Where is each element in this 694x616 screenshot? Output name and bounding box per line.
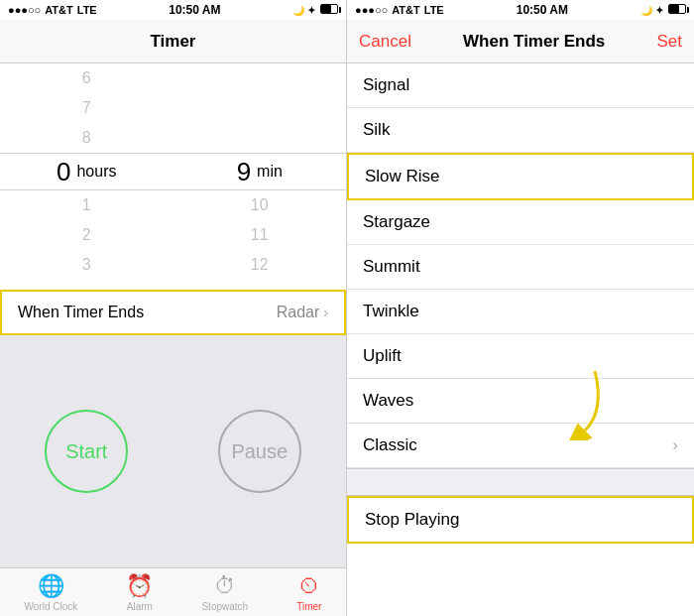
hours-above-3: 8 (0, 123, 174, 153)
list-item-summit[interactable]: Summit (347, 245, 694, 290)
carrier-right: ●●●○○ AT&T LTE (355, 4, 444, 16)
classic-chevron: › (672, 435, 678, 455)
tab-bar: 🌐 World Clock ⏰ Alarm ⏱ Stopwatch ⏲ Time… (0, 567, 346, 616)
hours-above-2: 7 (0, 93, 174, 123)
hours-below-3: 3 (0, 250, 174, 280)
min-above-3 (174, 123, 347, 153)
waves-label: Waves (363, 391, 413, 411)
timer-label: Timer (296, 601, 321, 612)
cancel-button[interactable]: Cancel (359, 32, 411, 52)
signal-dots: ●●●○○ (8, 4, 41, 16)
when-timer-label: When Timer Ends (18, 304, 144, 321)
signal-dots-right: ●●●○○ (355, 4, 388, 16)
status-icons-right: 🌙 ✦ (640, 4, 686, 16)
stopwatch-tab[interactable]: ⏱ Stopwatch (201, 573, 248, 612)
page-title-left: Timer (151, 32, 196, 52)
hours-value: 0 (57, 157, 70, 187)
moon-icon-right: 🌙 (640, 5, 652, 16)
hours-above-1: 6 (0, 63, 174, 93)
list-item-twinkle[interactable]: Twinkle (347, 290, 694, 334)
alarm-icon: ⏰ (126, 573, 153, 599)
nav-bar-left: Timer (0, 20, 346, 63)
nav-bar-right: Cancel When Timer Ends Set (347, 20, 694, 63)
network-right: LTE (424, 4, 444, 16)
min-label: min (257, 163, 283, 181)
uplift-label: Uplift (363, 346, 402, 366)
carrier-info: ●●●○○ AT&T LTE (8, 4, 97, 16)
list-item-stargaze[interactable]: Stargaze (347, 200, 694, 245)
chevron-icon: › (323, 305, 328, 320)
list-item-classic[interactable]: Classic › (347, 424, 694, 468)
min-value: 9 (237, 157, 251, 187)
world-clock-tab[interactable]: 🌐 World Clock (25, 573, 78, 612)
timer-icon: ⏲ (298, 573, 320, 599)
list-item-uplift[interactable]: Uplift (347, 334, 694, 379)
min-below-2: 11 (174, 220, 347, 250)
alarm-label: Alarm (127, 601, 153, 612)
set-button[interactable]: Set (656, 32, 682, 52)
stopwatch-label: Stopwatch (201, 601, 248, 612)
classic-label: Classic (363, 435, 417, 455)
hours-selected-row: 0 hours (0, 153, 174, 190)
min-selected-row: 9 min (174, 153, 347, 190)
list-item-waves[interactable]: Waves (347, 379, 694, 424)
slow-rise-label: Slow Rise (365, 167, 440, 186)
buttons-area: Start Pause (0, 335, 346, 567)
bluetooth-icon-right: ✦ (655, 5, 663, 16)
min-above-1 (174, 63, 347, 93)
bluetooth-icon: ✦ (307, 5, 315, 16)
status-time-left: 10:50 AM (169, 3, 220, 17)
silk-label: Silk (363, 120, 390, 140)
list-item-slow-rise[interactable]: Slow Rise (347, 153, 694, 200)
twinkle-label: Twinkle (363, 302, 419, 321)
battery-left (318, 4, 338, 16)
timer-tab[interactable]: ⏲ Timer (296, 573, 321, 612)
stopwatch-icon: ⏱ (214, 573, 236, 599)
picker-area[interactable]: 6 7 8 0 hours 1 2 3 9 min (0, 63, 346, 567)
signal-label: Signal (363, 75, 409, 95)
picker-full: 6 7 8 0 hours 1 2 3 9 min (0, 63, 346, 280)
min-below-1: 10 (174, 190, 347, 220)
when-timer-ends-row[interactable]: When Timer Ends Radar › (0, 290, 346, 335)
world-clock-label: World Clock (25, 601, 78, 612)
when-timer-value: Radar › (277, 304, 328, 321)
summit-label: Summit (363, 257, 420, 277)
stop-playing-item[interactable]: Stop Playing (347, 496, 694, 544)
moon-icon: 🌙 (292, 5, 304, 16)
alarm-tab[interactable]: ⏰ Alarm (126, 573, 153, 612)
minutes-picker[interactable]: 9 min 10 11 12 (174, 63, 347, 280)
network-type: LTE (77, 4, 97, 16)
ringtone-list: Signal Silk Slow Rise Stargaze Summit Tw… (347, 63, 694, 616)
stargaze-label: Stargaze (363, 212, 430, 232)
start-button[interactable]: Start (45, 410, 128, 493)
list-item-signal[interactable]: Signal (347, 63, 694, 108)
hours-below-2: 2 (0, 220, 174, 250)
stop-playing-label: Stop Playing (365, 510, 459, 529)
hours-below-1: 1 (0, 190, 174, 220)
right-panel: ●●●○○ AT&T LTE 10:50 AM 🌙 ✦ Cancel When … (347, 0, 694, 616)
when-timer-current: Radar (277, 304, 320, 321)
world-clock-icon: 🌐 (38, 573, 64, 599)
min-below-3: 12 (174, 250, 347, 280)
status-icons-left: 🌙 ✦ (292, 4, 338, 16)
section-divider (347, 468, 694, 496)
battery-right (666, 4, 686, 16)
list-item-silk[interactable]: Silk (347, 108, 694, 153)
left-panel: ●●●○○ AT&T LTE 10:50 AM 🌙 ✦ Timer 6 7 8 … (0, 0, 347, 616)
min-above-2 (174, 93, 347, 123)
when-timer-ends-title: When Timer Ends (463, 32, 605, 52)
hours-picker[interactable]: 6 7 8 0 hours 1 2 3 (0, 63, 174, 280)
pause-button[interactable]: Pause (218, 410, 301, 493)
status-bar-left: ●●●○○ AT&T LTE 10:50 AM 🌙 ✦ (0, 0, 346, 20)
stop-playing-section: Stop Playing (347, 468, 694, 544)
status-time-right: 10:50 AM (517, 3, 568, 17)
carrier-right-label: AT&T (392, 4, 420, 16)
status-bar-right: ●●●○○ AT&T LTE 10:50 AM 🌙 ✦ (347, 0, 694, 20)
hours-label: hours (76, 163, 116, 181)
carrier: AT&T (45, 4, 73, 16)
